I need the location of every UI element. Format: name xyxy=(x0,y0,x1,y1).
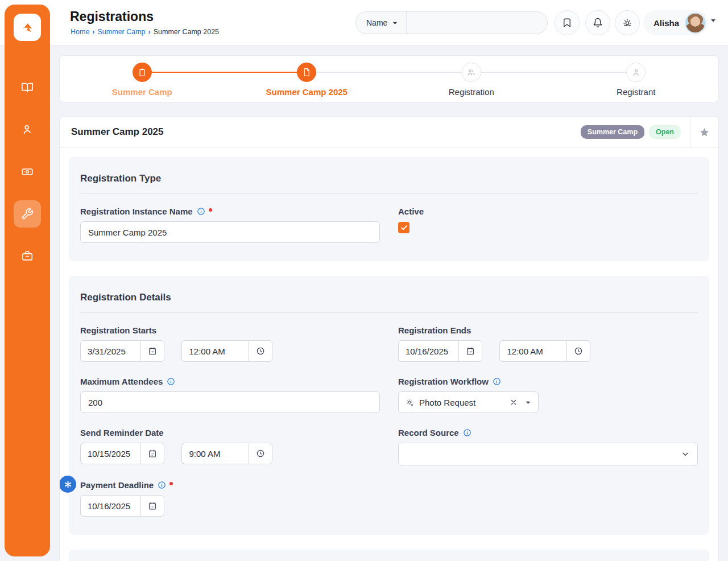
sidebar-item-library[interactable] xyxy=(14,74,41,101)
user-name: Alisha xyxy=(653,18,679,28)
search-filter-label: Name xyxy=(366,18,387,27)
panel-title: Summer Camp 2025 xyxy=(71,126,164,138)
rock-logo-icon xyxy=(19,19,36,36)
date-input-group xyxy=(80,443,164,464)
breadcrumb-summer-camp[interactable]: Summer Camp xyxy=(98,28,146,36)
asterisk-icon xyxy=(64,480,72,489)
field-label-text: Registration Ends xyxy=(398,325,471,335)
time-picker-button[interactable] xyxy=(249,340,272,362)
bookmarks-button[interactable] xyxy=(555,10,580,35)
gears-icon xyxy=(406,398,414,407)
calendar-icon xyxy=(466,346,475,356)
field-active: Active xyxy=(398,207,698,243)
field-label-text: Registration Instance Name xyxy=(80,207,193,216)
section-heading: Registration Details xyxy=(80,287,698,304)
user-menu[interactable]: Alisha xyxy=(643,10,708,35)
active-checkbox[interactable] xyxy=(398,222,410,233)
page-title: Registrations xyxy=(70,9,154,24)
star-icon xyxy=(699,127,710,138)
step-registration[interactable]: Registration xyxy=(389,56,554,102)
user-menu-chevron-icon[interactable] xyxy=(710,17,717,24)
chevron-down-icon xyxy=(525,399,531,406)
step-summer-camp-2025[interactable]: Summer Camp 2025 xyxy=(225,56,390,102)
search-filter-dropdown[interactable]: Name xyxy=(356,12,407,34)
sidebar-item-work[interactable] xyxy=(14,242,41,270)
step-summer-camp[interactable]: Summer Camp xyxy=(60,56,225,102)
calendar-icon xyxy=(148,501,157,510)
theme-toggle-button[interactable] xyxy=(615,10,640,35)
breadcrumb-current: Summer Camp 2025 xyxy=(154,28,219,36)
checkmark-icon xyxy=(400,224,408,232)
sidebar-item-people[interactable] xyxy=(14,116,41,143)
registration-starts-date-input[interactable] xyxy=(80,340,140,362)
field-label-text: Registration Workflow xyxy=(398,377,489,386)
field-payment-deadline: Payment Deadline xyxy=(80,480,380,517)
send-reminder-time-input[interactable] xyxy=(181,443,249,464)
breadcrumb-separator: › xyxy=(148,28,151,36)
wrench-icon xyxy=(21,208,34,220)
global-search: Name xyxy=(355,11,548,34)
payment-deadline-date-input[interactable] xyxy=(80,495,140,517)
section-registration-contact: Registration Contact Information xyxy=(69,550,709,561)
bookmark-icon xyxy=(562,18,572,28)
field-registration-starts: Registration Starts xyxy=(80,325,380,362)
sidebar-item-tools[interactable] xyxy=(14,200,41,228)
clipboard-icon xyxy=(133,63,152,82)
registration-workflow-picker[interactable]: Photo Request xyxy=(398,391,539,413)
info-icon[interactable] xyxy=(167,377,175,386)
users-icon xyxy=(462,63,481,82)
send-reminder-date-input[interactable] xyxy=(80,443,140,464)
info-icon[interactable] xyxy=(463,428,471,437)
date-input-group xyxy=(80,340,164,362)
section-heading: Registration Type xyxy=(80,168,698,185)
breadcrumb: Home›Summer Camp›Summer Camp 2025 xyxy=(71,28,219,36)
calendar-picker-button[interactable] xyxy=(140,495,164,517)
divider xyxy=(80,312,698,313)
time-input-group xyxy=(499,340,590,362)
date-input-group xyxy=(80,495,164,517)
info-icon[interactable] xyxy=(493,377,501,386)
chevron-down-icon xyxy=(681,450,689,458)
maximum-attendees-input[interactable] xyxy=(80,391,380,413)
panel-header: Summer Camp 2025 Summer Camp Open xyxy=(60,117,718,148)
clear-icon[interactable] xyxy=(510,399,517,406)
registration-starts-time-input[interactable] xyxy=(181,340,249,362)
registration-instance-name-input[interactable] xyxy=(80,221,380,243)
person-icon xyxy=(21,123,34,136)
time-picker-button[interactable] xyxy=(249,443,272,464)
cash-icon xyxy=(21,166,34,178)
calendar-picker-button[interactable] xyxy=(140,443,164,464)
field-label-text: Record Source xyxy=(398,428,459,438)
notifications-button[interactable] xyxy=(585,10,610,35)
status-badge: Open xyxy=(649,125,681,139)
required-indicator xyxy=(169,482,173,485)
app-logo[interactable] xyxy=(14,14,41,41)
registration-ends-date-input[interactable] xyxy=(398,340,458,362)
section-registration-type: Registration Type Registration Instance … xyxy=(69,157,709,261)
follow-button[interactable] xyxy=(690,117,718,147)
book-icon xyxy=(21,81,34,94)
calendar-icon xyxy=(148,346,157,356)
record-source-select[interactable] xyxy=(398,443,698,465)
calendar-picker-button[interactable] xyxy=(458,340,482,362)
top-header: Registrations Home›Summer Camp›Summer Ca… xyxy=(0,0,728,46)
required-indicator xyxy=(209,208,212,212)
step-registrant[interactable]: Registrant xyxy=(554,56,719,102)
field-registration-workflow: Registration Workflow Photo Request xyxy=(398,377,698,413)
field-label-text: Send Reminder Date xyxy=(80,428,164,438)
info-icon[interactable] xyxy=(158,481,166,489)
registration-ends-time-input[interactable] xyxy=(499,340,566,362)
search-input[interactable] xyxy=(407,12,547,34)
tour-marker-badge[interactable] xyxy=(59,476,76,493)
calendar-picker-button[interactable] xyxy=(140,340,164,362)
breadcrumb-separator: › xyxy=(92,28,94,36)
file-icon xyxy=(297,63,316,82)
section-registration-details: Registration Details Registration Starts xyxy=(69,276,709,535)
breadcrumb-home[interactable]: Home xyxy=(71,28,89,36)
time-picker-button[interactable] xyxy=(566,340,590,362)
sidebar-item-finance[interactable] xyxy=(14,158,41,185)
info-icon[interactable] xyxy=(197,207,205,216)
field-registration-ends: Registration Ends xyxy=(398,325,698,362)
field-send-reminder-date: Send Reminder Date xyxy=(80,428,380,465)
time-input-group xyxy=(181,340,272,362)
